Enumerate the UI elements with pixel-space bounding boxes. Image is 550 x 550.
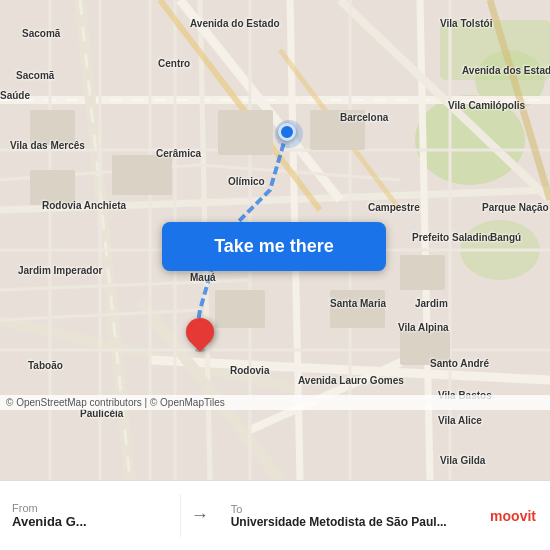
from-label: From bbox=[12, 502, 168, 514]
destination-info: To Universidade Metodista de São Paul... bbox=[219, 495, 476, 537]
from-value: Avenida G... bbox=[12, 514, 168, 529]
to-label: To bbox=[231, 503, 464, 515]
moovit-logo: moovit bbox=[476, 500, 550, 532]
svg-rect-46 bbox=[400, 330, 450, 365]
map-container: SacomãSacomãCentroAvenida do EstadoVila … bbox=[0, 0, 550, 480]
svg-rect-41 bbox=[400, 255, 445, 290]
origin-info: From Avenida G... bbox=[0, 494, 181, 537]
svg-rect-45 bbox=[330, 290, 385, 328]
take-me-there-button[interactable]: Take me there bbox=[162, 222, 386, 271]
svg-rect-39 bbox=[310, 110, 365, 150]
bottom-navigation-bar: From Avenida G... → To Universidade Meto… bbox=[0, 480, 550, 550]
svg-rect-38 bbox=[218, 110, 273, 155]
svg-rect-37 bbox=[112, 155, 172, 195]
destination-marker bbox=[186, 318, 214, 354]
svg-rect-43 bbox=[30, 170, 75, 205]
origin-marker bbox=[278, 123, 296, 141]
svg-rect-3 bbox=[440, 20, 550, 80]
svg-rect-42 bbox=[30, 110, 75, 145]
copyright-bar: © OpenStreetMap contributors | © OpenMap… bbox=[0, 395, 550, 410]
direction-arrow: → bbox=[181, 505, 219, 526]
copyright-text: © OpenStreetMap contributors | © OpenMap… bbox=[6, 397, 225, 408]
to-value: Universidade Metodista de São Paul... bbox=[231, 515, 464, 529]
moovit-brand-text: moovit bbox=[490, 508, 536, 524]
svg-rect-44 bbox=[215, 290, 265, 328]
